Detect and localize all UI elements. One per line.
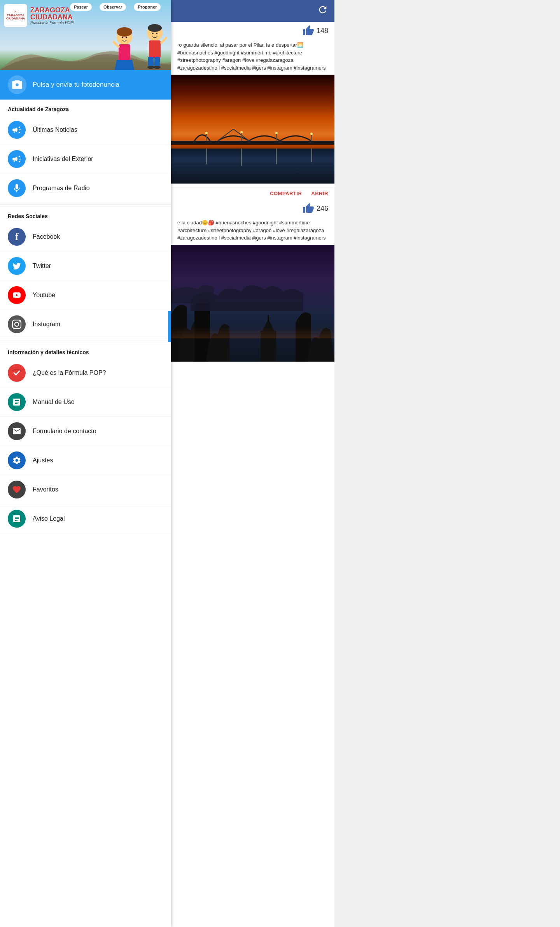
- favoritos-svg: [12, 485, 21, 494]
- megaphone-svg-2: [12, 154, 22, 164]
- menu-label-radio: Programas de Radio: [33, 185, 90, 192]
- post1-stats: 148: [171, 22, 334, 40]
- post-card-2: 246 e la ciudad😊🎒 #buenasnoches #goodnig…: [171, 199, 334, 362]
- contacto-svg: [12, 427, 21, 436]
- divider-2: [0, 341, 171, 341]
- svg-rect-12: [148, 57, 154, 66]
- svg-point-10: [148, 24, 162, 32]
- svg-point-15: [147, 66, 154, 69]
- aviso-legal-icon: [8, 510, 26, 528]
- menu-item-iniciativas[interactable]: Iniciativas del Exterior: [0, 145, 171, 174]
- menu-item-facebook[interactable]: f Facebook: [0, 222, 171, 252]
- water-element: [171, 149, 334, 184]
- character-girl: [113, 27, 138, 70]
- menu-label-contacto: Formulario de contacto: [33, 428, 96, 435]
- svg-point-19: [10, 367, 23, 379]
- formula-pop-icon: [8, 364, 26, 382]
- menu-item-ajustes[interactable]: Ajustes: [0, 446, 171, 475]
- top-bar: [171, 0, 334, 22]
- menu-item-manual[interactable]: Manual de Uso: [0, 388, 171, 417]
- tree-svg: [171, 268, 334, 362]
- menu-item-instagram[interactable]: Instagram: [0, 310, 171, 339]
- megaphone-icon-1: [8, 121, 26, 139]
- svg-point-1: [117, 27, 132, 37]
- divider-1: [0, 205, 171, 205]
- contacto-icon: [8, 422, 26, 440]
- menu-label-manual: Manual de Uso: [33, 399, 75, 406]
- characters: [113, 23, 167, 70]
- svg-rect-13: [154, 57, 160, 66]
- speech-bubble-pasear: Pasear: [70, 3, 92, 11]
- logo-title-line1: ZARAGOZA: [30, 7, 74, 14]
- menu-label-youtube: Youtube: [33, 292, 55, 299]
- camera-svg: [12, 79, 23, 90]
- refresh-button[interactable]: [317, 4, 328, 17]
- youtube-icon: [8, 286, 26, 304]
- menu-label-instagram: Instagram: [33, 321, 60, 328]
- menu-label-ajustes: Ajustes: [33, 457, 53, 464]
- svg-rect-6: [124, 68, 128, 70]
- favoritos-icon: [8, 481, 26, 498]
- horizon-glow: [171, 327, 334, 338]
- camera-icon: [8, 75, 26, 94]
- svg-line-4: [114, 42, 119, 47]
- svg-line-14: [161, 38, 166, 43]
- menu-label-favoritos: Favoritos: [33, 486, 58, 493]
- drawer-header: ✓ ZARAGOZA CIUDADANA ZARAGOZA CIUDADANA …: [0, 0, 171, 70]
- svg-point-8: [126, 37, 127, 38]
- ajustes-icon: [8, 451, 26, 469]
- logo-area: ✓ ZARAGOZA CIUDADANA ZARAGOZA CIUDADANA …: [4, 4, 74, 27]
- post1-text: ro guarda silencio, al pasar por el Pila…: [171, 40, 334, 75]
- logo-line2: CIUDADANA: [6, 17, 25, 21]
- menu-label-aviso-legal: Aviso Legal: [33, 515, 65, 522]
- svg-rect-5: [119, 68, 123, 70]
- speech-bubbles: Pasear Observar Proponer: [70, 3, 161, 11]
- main-content: 148 ro guarda silencio, al pasar por el …: [171, 0, 334, 927]
- reflection-svg: [171, 149, 334, 184]
- menu-item-formula-pop[interactable]: ¿Qué es la Fórmula POP?: [0, 359, 171, 388]
- menu-item-aviso-legal[interactable]: Aviso Legal: [0, 504, 171, 533]
- menu-item-contacto[interactable]: Formulario de contacto: [0, 417, 171, 446]
- refresh-svg: [317, 4, 328, 15]
- logo-title-line2: CIUDADANA: [30, 14, 74, 21]
- photo-denuncia-label: Pulsa y envía tu fotodenuncia: [33, 81, 119, 89]
- menu-label-ultimas-noticias: Últimas Noticias: [33, 126, 77, 133]
- svg-point-30: [310, 133, 313, 135]
- menu-label-formula-pop: ¿Qué es la Fórmula POP?: [33, 369, 106, 376]
- speech-bubble-observar: Observar: [100, 3, 126, 11]
- mic-svg: [12, 183, 22, 193]
- aviso-legal-svg: [12, 514, 21, 523]
- post2-stats: 246: [171, 199, 334, 217]
- menu-item-radio[interactable]: Programas de Radio: [0, 174, 171, 203]
- thumbsup-icon-2: [303, 203, 314, 214]
- abrir-button-1[interactable]: ABRIR: [311, 191, 328, 196]
- svg-rect-20: [171, 141, 334, 145]
- header-background: ✓ ZARAGOZA CIUDADANA ZARAGOZA CIUDADANA …: [0, 0, 171, 70]
- svg-point-18: [156, 33, 158, 34]
- megaphone-icon-2: [8, 150, 26, 168]
- megaphone-svg-1: [12, 125, 22, 135]
- svg-line-21: [218, 129, 233, 141]
- svg-rect-36: [268, 315, 269, 323]
- youtube-svg: [12, 290, 21, 300]
- menu-label-facebook: Facebook: [33, 233, 60, 240]
- menu-item-twitter[interactable]: Twitter: [0, 252, 171, 281]
- logo-text-area: ZARAGOZA CIUDADANA Practica la Fórmula P…: [30, 7, 74, 25]
- compartir-button-1[interactable]: COMPARTIR: [270, 191, 302, 196]
- menu-item-youtube[interactable]: Youtube: [0, 281, 171, 310]
- svg-point-7: [122, 37, 123, 38]
- menu-item-ultimas-noticias[interactable]: Últimas Noticias: [0, 115, 171, 145]
- instagram-svg: [12, 320, 21, 329]
- photo-denuncia-button[interactable]: Pulsa y envía tu fotodenuncia: [0, 70, 171, 100]
- mic-icon: [8, 179, 26, 197]
- twitter-svg: [12, 261, 21, 271]
- svg-rect-2: [119, 44, 130, 60]
- drawer: ✓ ZARAGOZA CIUDADANA ZARAGOZA CIUDADANA …: [0, 0, 171, 927]
- post1-image: [171, 75, 334, 184]
- section-actualidad: Actualidad de Zaragoza: [0, 100, 171, 115]
- svg-rect-24: [241, 132, 242, 141]
- post2-text: e la ciudad😊🎒 #buenasnoches #goodnight #…: [171, 217, 334, 245]
- svg-point-29: [275, 132, 278, 134]
- svg-point-28: [240, 131, 243, 133]
- menu-item-favoritos[interactable]: Favoritos: [0, 475, 171, 504]
